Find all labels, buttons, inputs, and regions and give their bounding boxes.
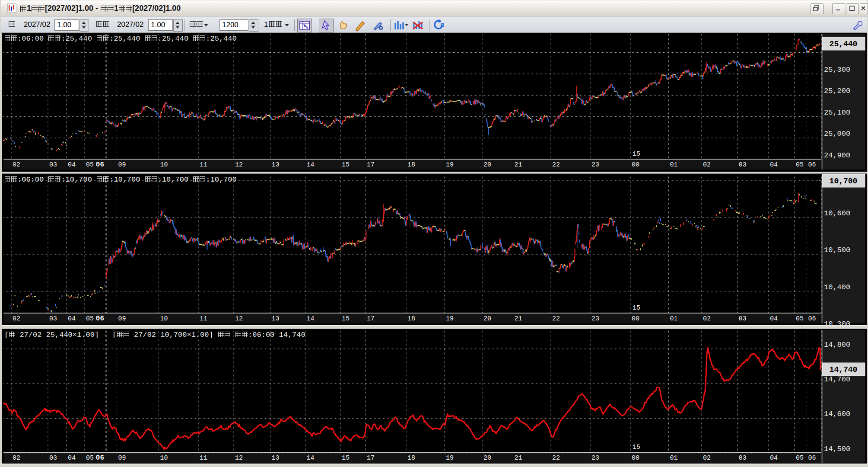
svg-text:19: 19 xyxy=(446,454,454,462)
svg-text:02: 02 xyxy=(13,161,20,169)
svg-text:02: 02 xyxy=(703,161,711,169)
svg-text:06: 06 xyxy=(96,454,104,462)
svg-text:13: 13 xyxy=(272,454,280,462)
svg-text:20: 20 xyxy=(483,454,491,462)
svg-text:12: 12 xyxy=(235,454,243,462)
svg-text:04: 04 xyxy=(68,454,76,462)
svg-text:14,800: 14,800 xyxy=(824,341,850,349)
svg-text:11: 11 xyxy=(200,454,207,462)
svg-text:22: 22 xyxy=(552,315,560,323)
svg-text:15: 15 xyxy=(633,150,640,158)
svg-text:00: 00 xyxy=(632,161,639,169)
svg-text:18: 18 xyxy=(407,454,415,462)
svg-text:20: 20 xyxy=(483,161,491,169)
svg-text:13: 13 xyxy=(272,161,280,169)
svg-text:10,500: 10,500 xyxy=(824,246,850,254)
svg-text:01: 01 xyxy=(670,315,678,323)
svg-text:00: 00 xyxy=(632,454,639,462)
svg-text:17: 17 xyxy=(367,315,375,323)
svg-text:10,300: 10,300 xyxy=(824,320,850,328)
svg-text:10,400: 10,400 xyxy=(824,283,850,291)
svg-text:03: 03 xyxy=(49,315,57,323)
svg-text:14,740: 14,740 xyxy=(830,365,858,374)
svg-text:04: 04 xyxy=(770,161,778,169)
svg-text:01: 01 xyxy=(670,161,678,169)
svg-text:03: 03 xyxy=(739,454,747,462)
svg-text:02: 02 xyxy=(13,315,20,323)
svg-text:14,600: 14,600 xyxy=(824,410,850,418)
svg-text:22: 22 xyxy=(552,454,560,462)
svg-text:03: 03 xyxy=(49,161,57,169)
svg-text:18: 18 xyxy=(407,315,415,323)
svg-text:15: 15 xyxy=(633,304,640,312)
svg-text:04: 04 xyxy=(770,315,778,323)
svg-text:05: 05 xyxy=(796,161,804,169)
svg-text:02: 02 xyxy=(703,315,711,323)
svg-text:17: 17 xyxy=(367,161,375,169)
svg-text:06: 06 xyxy=(96,161,104,169)
svg-text:00: 00 xyxy=(632,315,639,323)
svg-text:05: 05 xyxy=(86,315,94,323)
svg-text:15: 15 xyxy=(633,444,640,451)
svg-text:10: 10 xyxy=(160,161,168,169)
svg-text:23: 23 xyxy=(591,161,599,169)
svg-text:14: 14 xyxy=(307,161,315,169)
svg-text:02: 02 xyxy=(703,454,711,462)
svg-text:06: 06 xyxy=(808,161,816,169)
svg-text:04: 04 xyxy=(770,454,778,462)
svg-text:06: 06 xyxy=(96,315,104,323)
svg-text:11: 11 xyxy=(200,161,207,169)
svg-text:18: 18 xyxy=(407,161,415,169)
svg-text:14: 14 xyxy=(307,315,315,323)
svg-text:25,100: 25,100 xyxy=(824,109,850,117)
svg-text:09: 09 xyxy=(118,454,126,462)
svg-text:10,700: 10,700 xyxy=(830,177,858,186)
svg-text:12: 12 xyxy=(235,315,243,323)
svg-text:19: 19 xyxy=(446,161,454,169)
svg-text:17: 17 xyxy=(367,454,375,462)
svg-text:03: 03 xyxy=(739,315,747,323)
svg-text:10: 10 xyxy=(160,454,168,462)
svg-text:21: 21 xyxy=(515,454,522,462)
svg-text:14: 14 xyxy=(307,454,315,462)
svg-text:11: 11 xyxy=(200,315,207,323)
svg-text:01: 01 xyxy=(670,454,678,462)
svg-text:15: 15 xyxy=(342,315,350,323)
svg-text:05: 05 xyxy=(796,454,804,462)
svg-text:21: 21 xyxy=(515,161,522,169)
svg-text:20: 20 xyxy=(483,315,491,323)
svg-text:03: 03 xyxy=(739,161,747,169)
svg-text:14,700: 14,700 xyxy=(824,375,850,384)
svg-text:02: 02 xyxy=(13,454,20,462)
svg-text:10,600: 10,600 xyxy=(824,209,850,218)
svg-text:15: 15 xyxy=(342,454,350,462)
svg-text:23: 23 xyxy=(591,454,599,462)
svg-text:14,500: 14,500 xyxy=(824,445,850,453)
svg-text:25,000: 25,000 xyxy=(824,130,850,138)
svg-text:09: 09 xyxy=(118,315,126,323)
svg-text:05: 05 xyxy=(796,315,804,323)
svg-text:19: 19 xyxy=(446,315,454,323)
svg-text:10: 10 xyxy=(160,315,168,323)
svg-text:05: 05 xyxy=(86,161,94,169)
svg-text:04: 04 xyxy=(68,161,76,169)
svg-text:22: 22 xyxy=(552,161,560,169)
svg-text:13: 13 xyxy=(272,315,280,323)
svg-text:04: 04 xyxy=(68,315,76,323)
svg-text:09: 09 xyxy=(118,161,126,169)
svg-text:05: 05 xyxy=(86,454,94,462)
svg-text:12: 12 xyxy=(235,161,243,169)
svg-text:21: 21 xyxy=(515,315,522,323)
svg-text:06: 06 xyxy=(808,454,816,462)
svg-text:25,300: 25,300 xyxy=(824,66,850,74)
svg-text:15: 15 xyxy=(342,161,350,169)
svg-text:25,440: 25,440 xyxy=(830,40,858,48)
svg-text:03: 03 xyxy=(49,454,57,462)
svg-text:24,900: 24,900 xyxy=(824,151,850,160)
svg-text:23: 23 xyxy=(591,315,599,323)
svg-text:25,200: 25,200 xyxy=(824,87,850,95)
svg-text:06: 06 xyxy=(808,315,816,323)
